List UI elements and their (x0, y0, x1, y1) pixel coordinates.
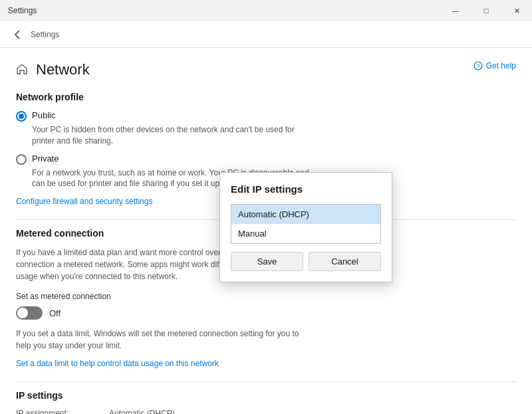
network-profile-title: Network profile (16, 92, 516, 102)
divider-2 (16, 381, 516, 382)
modal-buttons: Save Cancel (231, 252, 381, 271)
ip-settings-section: IP settings IP assignment: Automatic (DH… (16, 390, 516, 414)
metered-extra-desc: If you set a data limit, Windows will se… (16, 328, 302, 352)
close-button[interactable]: ✕ (501, 0, 532, 21)
edit-ip-modal: Edit IP settings Automatic (DHCP) Manual… (219, 172, 392, 282)
home-icon (16, 63, 29, 76)
ip-assignment-label: IP assignment: (16, 409, 109, 414)
modal-option-dhcp[interactable]: Automatic (DHCP) (231, 205, 380, 224)
title-bar-title: Settings (8, 6, 37, 15)
toggle-knob (17, 308, 28, 318)
data-limit-link[interactable]: Set a data limit to help control data us… (16, 359, 219, 368)
private-radio-label: Private (32, 154, 59, 163)
public-radio-label: Public (32, 110, 55, 120)
firewall-settings-link[interactable]: Configure firewall and security settings (16, 197, 152, 206)
modal-save-button[interactable]: Save (231, 252, 303, 271)
modal-title: Edit IP settings (231, 183, 381, 195)
metered-toggle[interactable] (16, 306, 43, 320)
nav-bar: Settings (0, 21, 532, 48)
ip-assignment-value: Automatic (DHCP) (109, 409, 175, 414)
metered-set-label: Set as metered connection (16, 292, 516, 301)
get-help-link[interactable]: ? Get help (473, 61, 516, 70)
private-radio-circle[interactable] (16, 154, 27, 165)
title-bar: Settings — □ ✕ (0, 0, 532, 21)
back-button[interactable] (8, 25, 27, 44)
ip-assignment-row: IP assignment: Automatic (DHCP) (16, 409, 516, 414)
public-radio-option[interactable]: Public (16, 110, 516, 122)
nav-settings-label: Settings (31, 30, 59, 39)
page-title: Network (36, 61, 90, 78)
page-header: Network (16, 61, 516, 78)
toggle-state-label: Off (49, 308, 61, 318)
title-bar-controls: — □ ✕ (440, 0, 532, 21)
svg-text:?: ? (476, 63, 479, 70)
minimize-button[interactable]: — (440, 0, 471, 21)
private-radio-option[interactable]: Private (16, 154, 516, 165)
maximize-button[interactable]: □ (471, 0, 501, 21)
public-radio-circle[interactable] (16, 111, 27, 122)
modal-cancel-button[interactable]: Cancel (309, 252, 381, 271)
modal-list: Automatic (DHCP) Manual (231, 204, 381, 244)
ip-settings-title: IP settings (16, 390, 516, 401)
modal-option-manual[interactable]: Manual (231, 224, 380, 243)
public-radio-desc: Your PC is hidden from other devices on … (32, 124, 318, 147)
toggle-row: Off (16, 306, 516, 320)
